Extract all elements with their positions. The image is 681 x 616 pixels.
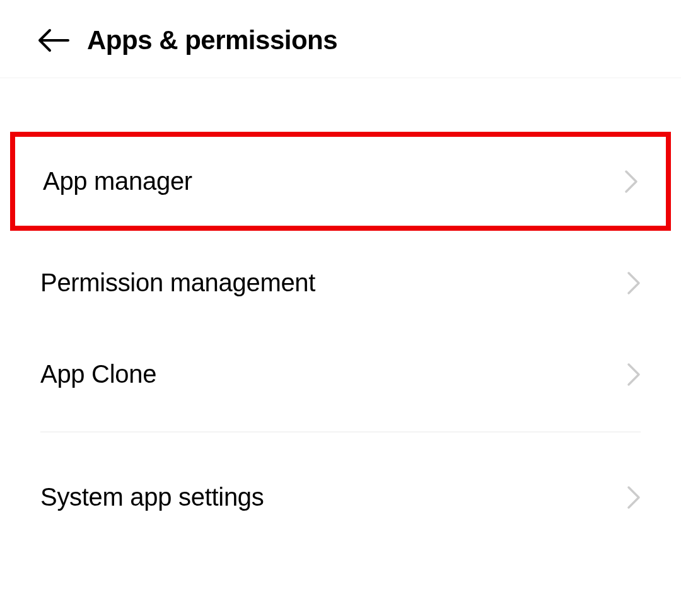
chevron-right-icon [627,363,641,386]
list-item-app-manager[interactable]: App manager [10,132,671,231]
list-item-label: App Clone [40,360,156,388]
back-arrow-icon[interactable] [38,28,69,52]
list-item-system-app-settings[interactable]: System app settings [0,451,681,543]
header: Apps & permissions [0,0,681,78]
list-item-label: System app settings [40,483,264,511]
chevron-right-icon [627,271,641,295]
chevron-right-icon [624,170,638,194]
list-item-label: App manager [43,167,192,195]
list-item-label: Permission management [40,269,315,297]
list-item-permission-management[interactable]: Permission management [0,237,681,328]
chevron-right-icon [627,485,641,509]
section-divider [40,431,641,433]
page-title: Apps & permissions [87,25,337,55]
list-item-app-clone[interactable]: App Clone [0,328,681,420]
settings-list: App manager Permission management App Cl… [0,78,681,543]
